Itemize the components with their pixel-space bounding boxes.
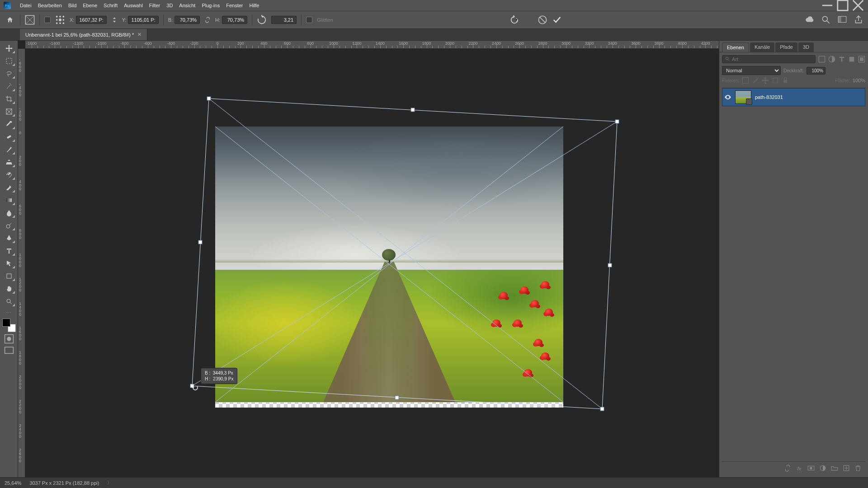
gradient-tool[interactable] bbox=[2, 194, 16, 206]
magic-wand-tool[interactable] bbox=[2, 80, 16, 92]
layer-style-icon[interactable]: fx bbox=[796, 465, 803, 472]
layer-visibility-icon[interactable] bbox=[724, 94, 731, 101]
transform-tool-icon[interactable] bbox=[25, 15, 35, 25]
window-minimize-icon[interactable] bbox=[821, 2, 834, 9]
canvas-image[interactable] bbox=[215, 127, 563, 402]
swap-xy-icon[interactable] bbox=[111, 17, 118, 23]
close-tab-icon[interactable]: ✕ bbox=[137, 32, 142, 38]
tab-layers[interactable]: Ebenen bbox=[722, 42, 749, 52]
canvas-area[interactable]: -1600-1400-1200-1000-800-600-400-2000200… bbox=[18, 41, 719, 477]
document-info[interactable]: 3037 Px x 2321 Px (182,88 ppi) bbox=[29, 480, 99, 486]
lock-pixels-icon[interactable] bbox=[752, 77, 759, 84]
filter-pixel-icon[interactable] bbox=[818, 56, 826, 63]
w-field[interactable]: 70,73% bbox=[175, 16, 200, 24]
opacity-field[interactable]: 100% bbox=[807, 67, 826, 75]
lasso-tool[interactable] bbox=[2, 68, 16, 80]
window-maximize-icon[interactable] bbox=[836, 2, 849, 9]
menu-item[interactable]: Plug-ins bbox=[202, 3, 220, 8]
foreground-background-colors[interactable] bbox=[2, 319, 16, 332]
ruler-vertical[interactable]: - 6 0 0- 4 0 0- 2 0 002 0 04 0 06 0 08 0… bbox=[18, 49, 25, 477]
antialias-checkbox[interactable] bbox=[306, 17, 312, 23]
x-field[interactable]: 1607,32 P: bbox=[76, 16, 106, 24]
y-field[interactable]: 1105,01 P: bbox=[128, 16, 158, 24]
layer-filter-search[interactable] bbox=[722, 55, 816, 63]
layer-filter-input[interactable] bbox=[732, 56, 812, 62]
reference-point-grid-icon[interactable] bbox=[55, 15, 65, 25]
filter-shape-icon[interactable] bbox=[848, 56, 855, 63]
adjustment-layer-icon[interactable] bbox=[819, 465, 826, 472]
layer-mask-icon[interactable] bbox=[807, 465, 815, 472]
quick-mask-icon[interactable] bbox=[4, 334, 14, 344]
layer-row[interactable]: path-832031 bbox=[722, 88, 865, 106]
menu-item[interactable]: Bearbeiten bbox=[38, 3, 62, 8]
reference-point-toggle[interactable] bbox=[44, 17, 51, 23]
marquee-tool[interactable] bbox=[2, 55, 16, 67]
history-brush-tool[interactable] bbox=[2, 169, 16, 181]
screen-mode-icon[interactable] bbox=[4, 346, 14, 356]
crop-tool[interactable] bbox=[2, 93, 16, 105]
menu-item[interactable]: Schrift bbox=[104, 3, 118, 8]
layer-name[interactable]: path-832031 bbox=[755, 94, 783, 100]
type-tool[interactable] bbox=[2, 245, 16, 257]
frame-tool[interactable] bbox=[2, 106, 16, 117]
layer-group-icon[interactable] bbox=[831, 465, 838, 472]
menu-item[interactable]: Ansicht bbox=[179, 3, 195, 8]
menu-item[interactable]: Datei bbox=[20, 3, 32, 8]
menu-item[interactable]: Hilfe bbox=[249, 3, 259, 8]
home-icon[interactable] bbox=[5, 14, 15, 25]
h-field[interactable]: 70,73% bbox=[222, 16, 247, 24]
svg-point-10 bbox=[63, 23, 65, 24]
window-close-icon[interactable] bbox=[852, 2, 864, 9]
lock-position-icon[interactable] bbox=[762, 77, 769, 84]
lock-transparency-icon[interactable] bbox=[742, 77, 749, 84]
menu-item[interactable]: Fenster bbox=[226, 3, 243, 8]
layer-thumbnail[interactable] bbox=[735, 90, 751, 104]
filter-type-icon[interactable] bbox=[838, 56, 845, 63]
zoom-tool[interactable] bbox=[2, 296, 16, 307]
menu-item[interactable]: Filter bbox=[149, 3, 160, 8]
lock-artboard-icon[interactable] bbox=[772, 77, 779, 84]
filter-smart-icon[interactable] bbox=[858, 56, 865, 63]
filter-adjustment-icon[interactable] bbox=[828, 56, 835, 63]
healing-brush-tool[interactable] bbox=[2, 131, 16, 143]
link-layers-icon[interactable] bbox=[784, 465, 791, 472]
menu-item[interactable]: Ebene bbox=[83, 3, 97, 8]
ruler-horizontal[interactable]: -1600-1400-1200-1000-800-600-400-2000200… bbox=[25, 41, 719, 49]
commit-transform-icon[interactable] bbox=[552, 15, 562, 25]
lock-all-icon[interactable] bbox=[782, 77, 789, 84]
path-selection-tool[interactable] bbox=[2, 258, 16, 269]
document-tab[interactable]: Unbenannt-1 bei 25,6% (path-832031, RGB/… bbox=[20, 29, 147, 40]
clone-stamp-tool[interactable] bbox=[2, 156, 16, 168]
menu-item[interactable]: 3D bbox=[166, 3, 173, 8]
shape-tool[interactable] bbox=[2, 270, 16, 282]
move-tool[interactable] bbox=[2, 42, 16, 54]
fill-field[interactable]: 100% bbox=[853, 78, 865, 83]
new-layer-icon[interactable] bbox=[843, 465, 850, 472]
cancel-transform-icon[interactable] bbox=[538, 15, 547, 25]
blend-mode-select[interactable]: Normal bbox=[722, 66, 781, 75]
menu-item[interactable]: Auswahl bbox=[124, 3, 143, 8]
workspace-switcher-icon[interactable] bbox=[837, 15, 847, 25]
blur-tool[interactable] bbox=[2, 207, 16, 219]
delete-layer-icon[interactable] bbox=[854, 465, 862, 472]
status-info-chevron-icon[interactable]: 〉 bbox=[107, 479, 112, 486]
dodge-tool[interactable] bbox=[2, 220, 16, 231]
pen-tool[interactable] bbox=[2, 232, 16, 244]
hand-tool[interactable] bbox=[2, 283, 16, 295]
cloud-docs-icon[interactable] bbox=[805, 15, 815, 25]
menu-item[interactable]: Bild bbox=[68, 3, 76, 8]
rotation-field[interactable]: 3,21 bbox=[271, 16, 297, 24]
share-icon[interactable] bbox=[854, 15, 863, 25]
brush-tool[interactable] bbox=[2, 144, 16, 155]
link-aspect-icon[interactable] bbox=[204, 17, 211, 23]
tab-channels[interactable]: Kanäle bbox=[750, 42, 774, 52]
tab-3d[interactable]: 3D bbox=[798, 42, 814, 52]
search-icon[interactable] bbox=[821, 15, 831, 25]
tab-paths[interactable]: Pfade bbox=[775, 42, 797, 52]
rotate-icon bbox=[257, 15, 267, 25]
transform-reset-icon[interactable] bbox=[509, 15, 519, 25]
eyedropper-tool[interactable] bbox=[2, 118, 16, 130]
edit-toolbar-icon[interactable]: ⋯ bbox=[6, 310, 11, 316]
zoom-level[interactable]: 25,64% bbox=[5, 480, 21, 486]
eraser-tool[interactable] bbox=[2, 182, 16, 193]
